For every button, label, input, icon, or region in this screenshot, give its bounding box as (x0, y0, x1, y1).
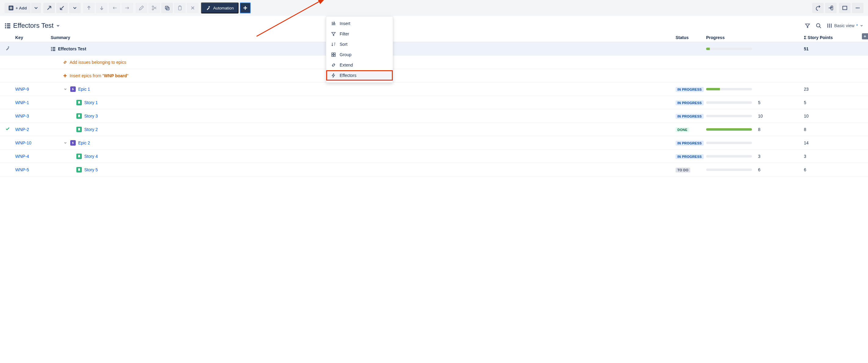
table-row[interactable]: WNP-4Story 4IN PROGRESS33 (0, 150, 868, 163)
move-down-button[interactable] (96, 3, 107, 13)
search-icon[interactable] (816, 23, 821, 28)
table-row[interactable]: WNP-2Story 2DONE88 (0, 123, 868, 136)
issue-key-link[interactable]: WNP-5 (15, 167, 29, 172)
dropdown-label: Filter (340, 31, 349, 36)
scissors-icon (152, 5, 157, 11)
issue-key-link[interactable]: WNP-9 (15, 87, 29, 92)
grid-header: Key Summary Status Progress Σ Story Poin… (0, 33, 868, 42)
modified-indicator: * (857, 23, 858, 28)
plus-icon (863, 34, 867, 38)
outdent-button[interactable] (109, 3, 120, 13)
table-row-root[interactable]: Effectors Test 51 (0, 42, 868, 56)
issue-key-link[interactable]: WNP-3 (15, 113, 29, 119)
expand-all-button[interactable] (43, 3, 55, 13)
col-header-sp1[interactable] (758, 35, 804, 40)
collapse-all-button[interactable] (56, 3, 68, 13)
cell-sp1: 8 (758, 127, 804, 132)
svg-rect-25 (334, 53, 335, 54)
col-header-key[interactable]: Key (15, 35, 51, 40)
delete-button[interactable] (187, 3, 198, 13)
add-button[interactable]: + Add (5, 3, 31, 13)
svg-rect-7 (178, 6, 181, 10)
toggle-panel-button[interactable] (839, 3, 850, 13)
collapse-icon (59, 5, 65, 11)
cut-button[interactable] (149, 3, 160, 13)
issue-key-link[interactable]: WNP-2 (15, 127, 29, 132)
cell-sp2: 51 (804, 46, 868, 51)
svg-rect-21 (332, 22, 333, 23)
col-header-sp2[interactable]: Σ Story Points (804, 35, 868, 40)
automation-button[interactable]: Automation (201, 2, 239, 13)
chevron-down-icon (56, 24, 60, 28)
table-row-action[interactable]: Insert epics from "WNP board" (0, 69, 868, 82)
cell-sp2: 14 (804, 140, 868, 145)
add-generator-button[interactable] (240, 2, 251, 13)
expander[interactable] (63, 87, 68, 91)
view-selector[interactable]: Basic view* (827, 23, 863, 28)
issue-summary-link[interactable]: Story 2 (84, 127, 98, 132)
col-header-status[interactable]: Status (676, 35, 706, 40)
share-icon (815, 5, 821, 11)
issue-key-link[interactable]: WNP-10 (15, 140, 31, 145)
expand-icon (46, 5, 52, 11)
cell-summary: Story 1 (51, 100, 676, 105)
story-icon (76, 167, 82, 172)
issue-key-link[interactable]: WNP-1 (15, 100, 29, 105)
issue-summary-link[interactable]: Epic 2 (78, 140, 90, 145)
grid: Key Summary Status Progress Σ Story Poin… (0, 33, 868, 176)
add-column-button[interactable] (862, 33, 868, 39)
move-up-button[interactable] (83, 3, 95, 13)
chevron-down-icon (64, 141, 67, 145)
dropdown-item-effectors[interactable]: Effectors (326, 70, 393, 80)
filter-icon[interactable] (805, 23, 810, 28)
indent-icon (125, 5, 130, 11)
cell-key: WNP-1 (15, 100, 51, 105)
copy-button[interactable] (161, 3, 173, 13)
edit-button[interactable] (135, 3, 147, 13)
cell-status: IN PROGRESS (676, 154, 706, 159)
export-button[interactable] (825, 3, 837, 13)
magic-wand-icon (5, 46, 10, 51)
more-button[interactable] (852, 3, 863, 13)
dropdown-item-filter[interactable]: Filter (326, 29, 393, 39)
edit-group (135, 3, 198, 13)
paste-button[interactable] (174, 3, 186, 13)
issue-summary-link[interactable]: Story 3 (84, 113, 98, 119)
table-row[interactable]: WNP-1Story 1IN PROGRESS55 (0, 96, 868, 109)
issue-summary-link[interactable]: Story 1 (84, 100, 98, 105)
table-row[interactable]: WNP-9Epic 1IN PROGRESS23 (0, 82, 868, 96)
status-badge: IN PROGRESS (676, 141, 704, 145)
expand-collapse-group (43, 3, 81, 13)
expand-caret-button[interactable] (69, 3, 81, 13)
progress-bar (706, 142, 752, 144)
link-icon (63, 60, 67, 64)
table-row[interactable]: WNP-5Story 5TO DO66 (0, 163, 868, 176)
svg-rect-10 (843, 6, 847, 9)
expander[interactable] (63, 141, 68, 145)
table-row[interactable]: WNP-3Story 3IN PROGRESS1010 (0, 109, 868, 123)
cell-progress (706, 142, 758, 144)
issue-summary-link[interactable]: Epic 1 (78, 87, 90, 92)
dropdown-item-sort[interactable]: Sort (326, 39, 393, 50)
dropdown-item-extend[interactable]: Extend (326, 60, 393, 70)
dropdown-item-group[interactable]: Group (326, 50, 393, 60)
table-row[interactable]: WNP-10Epic 2IN PROGRESS14 (0, 136, 868, 150)
structure-title-dropdown[interactable]: Effectors Test (5, 22, 60, 30)
col-header-progress[interactable]: Progress (706, 35, 758, 40)
dropdown-item-insert[interactable]: Insert (326, 18, 393, 29)
issue-key-link[interactable]: WNP-4 (15, 154, 29, 159)
insert-icon (331, 21, 336, 26)
col-header-icon (0, 35, 15, 40)
table-row-action[interactable]: Add issues belonging to epics (0, 56, 868, 69)
issue-summary-link[interactable]: Story 5 (84, 167, 98, 172)
svg-point-4 (152, 6, 154, 7)
indent-button[interactable] (122, 3, 133, 13)
share-button[interactable] (812, 3, 824, 13)
cell-summary: Story 2 (51, 127, 676, 132)
svg-rect-30 (51, 50, 52, 51)
svg-rect-26 (332, 55, 333, 57)
cell-key: WNP-10 (15, 140, 51, 145)
issue-summary-link[interactable]: Story 4 (84, 154, 98, 159)
add-caret-button[interactable] (31, 3, 41, 13)
bolt-icon (331, 73, 336, 78)
